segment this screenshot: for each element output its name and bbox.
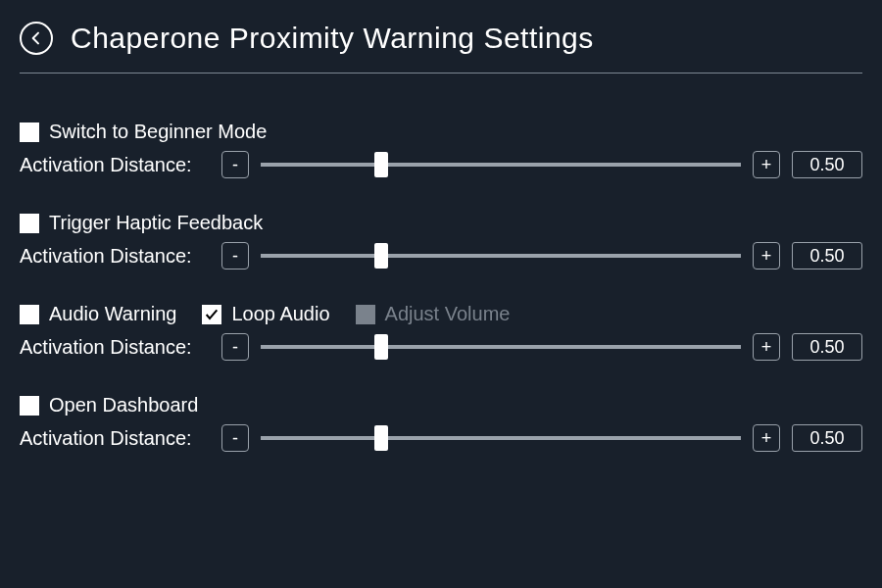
slider-handle[interactable] xyxy=(374,152,388,177)
haptic-checkbox[interactable] xyxy=(20,214,39,233)
dashboard-distance-value[interactable]: 0.50 xyxy=(792,424,862,452)
audio-warning-label: Audio Warning xyxy=(49,303,176,325)
haptic-label: Trigger Haptic Feedback xyxy=(49,212,263,234)
beginner-distance-increase-button[interactable]: + xyxy=(753,151,780,178)
back-button[interactable] xyxy=(20,22,53,55)
haptic-distance-decrease-button[interactable]: - xyxy=(221,242,249,270)
open-dashboard-label: Open Dashboard xyxy=(49,394,198,416)
slider-handle[interactable] xyxy=(374,243,388,269)
page-title: Chaperone Proximity Warning Settings xyxy=(71,22,594,55)
beginner-mode-label: Switch to Beginner Mode xyxy=(49,121,267,143)
audio-distance-increase-button[interactable]: + xyxy=(753,333,780,361)
haptic-distance-slider[interactable] xyxy=(261,254,741,258)
activation-distance-label: Activation Distance: xyxy=(20,154,210,176)
haptic-distance-value[interactable]: 0.50 xyxy=(792,242,862,270)
slider-handle[interactable] xyxy=(374,334,388,360)
activation-distance-label: Activation Distance: xyxy=(20,245,210,268)
arrow-left-icon xyxy=(28,30,44,46)
dashboard-distance-decrease-button[interactable]: - xyxy=(221,424,249,452)
dashboard-distance-increase-button[interactable]: + xyxy=(753,424,780,452)
audio-distance-value[interactable]: 0.50 xyxy=(792,333,862,361)
adjust-volume-label: Adjust Volume xyxy=(385,303,511,325)
audio-distance-decrease-button[interactable]: - xyxy=(221,333,249,361)
section-open-dashboard: Open Dashboard Activation Distance: - + … xyxy=(20,394,862,452)
beginner-distance-value[interactable]: 0.50 xyxy=(792,151,862,178)
section-audio-warning: Audio Warning Loop Audio Adjust Volume A… xyxy=(20,303,862,361)
slider-handle[interactable] xyxy=(374,425,388,451)
beginner-distance-decrease-button[interactable]: - xyxy=(221,151,249,178)
beginner-distance-slider[interactable] xyxy=(261,163,741,167)
section-haptic-feedback: Trigger Haptic Feedback Activation Dista… xyxy=(20,212,862,270)
dashboard-distance-slider[interactable] xyxy=(261,436,741,440)
audio-warning-checkbox[interactable] xyxy=(20,305,39,324)
section-beginner-mode: Switch to Beginner Mode Activation Dista… xyxy=(20,121,862,178)
open-dashboard-checkbox[interactable] xyxy=(20,396,39,416)
audio-distance-slider[interactable] xyxy=(261,345,741,349)
activation-distance-label: Activation Distance: xyxy=(20,427,210,450)
activation-distance-label: Activation Distance: xyxy=(20,336,210,359)
haptic-distance-increase-button[interactable]: + xyxy=(753,242,780,270)
loop-audio-checkbox[interactable] xyxy=(202,305,221,324)
beginner-mode-checkbox[interactable] xyxy=(20,122,39,142)
loop-audio-label: Loop Audio xyxy=(231,303,329,325)
adjust-volume-checkbox xyxy=(356,305,375,324)
